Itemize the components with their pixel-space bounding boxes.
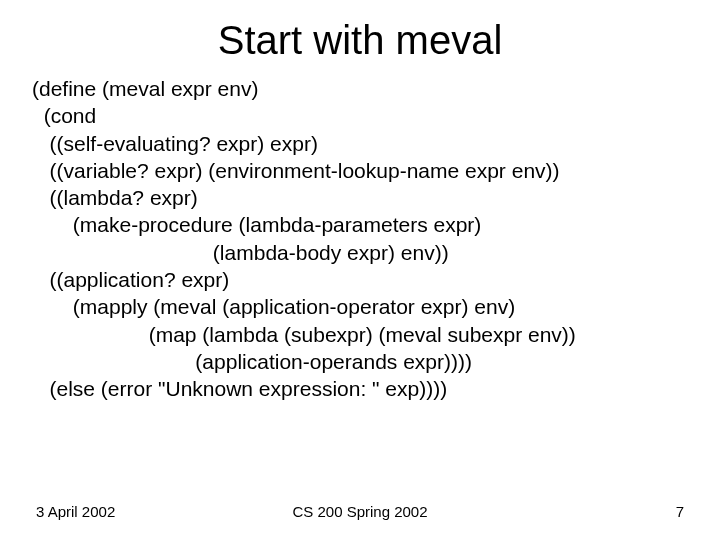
footer-date: 3 April 2002 bbox=[36, 503, 115, 520]
footer: 3 April 2002 CS 200 Spring 2002 7 bbox=[0, 503, 720, 520]
slide-title: Start with meval bbox=[0, 0, 720, 75]
footer-course: CS 200 Spring 2002 bbox=[292, 503, 427, 520]
code-block: (define (meval expr env) (cond ((self-ev… bbox=[0, 75, 720, 403]
footer-page-number: 7 bbox=[676, 503, 684, 520]
